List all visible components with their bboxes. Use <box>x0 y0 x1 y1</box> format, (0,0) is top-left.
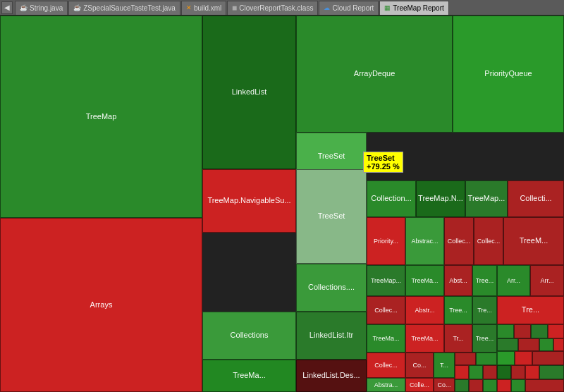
treemap-cell-sm-d6[interactable] <box>553 338 564 351</box>
treemap-cell-tree-c1[interactable]: Tree... <box>472 324 497 353</box>
cell-label: Abstra... <box>373 380 400 391</box>
treemap-cell-treemap-s1[interactable]: TreeMap... <box>367 265 405 296</box>
treemap-cell-collec-2[interactable]: Collec... <box>474 217 503 265</box>
cell-label: Collec... <box>446 236 472 247</box>
treemap-container: TreeMapLinkedListArrayDequePriorityQueue… <box>0 16 564 392</box>
cell-label: Collec... <box>476 236 502 247</box>
treemap-cell-sm-d4[interactable] <box>518 338 539 351</box>
treemap-cell-collecti-1[interactable]: Collecti... <box>508 180 564 217</box>
cell-label: Collections.... <box>307 281 356 293</box>
treemap-cell-sm-e1[interactable] <box>455 365 469 379</box>
cell-label: Priority... <box>372 236 400 247</box>
treemap-cell-sm-f1[interactable] <box>497 365 511 379</box>
tab-build-xml[interactable]: ✕ build.xml <box>181 1 226 15</box>
treemap-cell-sm-g3[interactable] <box>525 379 564 392</box>
cell-label: Tr... <box>451 333 465 344</box>
treemap-cell-linkedlist-itr[interactable]: LinkedList.Itr <box>296 312 367 360</box>
tab-zspecial[interactable]: ☕ ZSpecialSauceTasteTest.java <box>68 1 180 15</box>
treemap-cell-collec-d1[interactable]: Collec... <box>367 353 405 378</box>
treemap-cell-co-d1[interactable]: Co... <box>405 353 434 378</box>
treemap-cell-treema-c2[interactable]: TreeMa... <box>405 324 444 353</box>
treemap-cell-tree-b1[interactable]: Tree... <box>444 296 472 324</box>
treemap-cell-arrays[interactable]: Arrays <box>0 218 202 392</box>
treemap-cell-sm-c3[interactable] <box>531 324 548 338</box>
treemap-cell-sm-h3[interactable] <box>483 379 497 392</box>
treemap-cell-treemap[interactable]: TreeMap <box>0 16 202 218</box>
treemap-cell-treemap-n[interactable]: TreeMap.N... <box>416 180 465 217</box>
treemap-cell-treema-s1[interactable]: TreeMa... <box>405 265 444 296</box>
treemap-cell-collec-1[interactable]: Collec... <box>444 217 474 265</box>
treemap-cell-sm-e4[interactable] <box>497 351 515 365</box>
cell-label: TreeSet <box>317 150 347 162</box>
treemap-cell-tr-c1[interactable]: Tr... <box>444 324 472 353</box>
treemap-cell-abst-s1[interactable]: Abst... <box>444 265 472 296</box>
tab-treemap-report[interactable]: ▦ TreeMap Report <box>379 1 448 15</box>
treemap-cell-collections-bot[interactable]: Collections <box>202 312 296 360</box>
xml-icon: ✕ <box>186 4 192 11</box>
treemap-cell-sm-c1[interactable] <box>497 324 514 338</box>
treemap-cell-treeset-med[interactable]: TreeSet <box>296 169 367 264</box>
treemap-cell-tre-b2[interactable]: Tre... <box>497 296 564 324</box>
treemap-cell-treemap-2[interactable]: TreeMap... <box>465 180 508 217</box>
treemap-cell-linkedlist-des[interactable]: LinkedList.Des... <box>296 360 367 392</box>
treemap-cell-sm-e5[interactable] <box>515 351 532 365</box>
treemap-cell-sm-e6[interactable] <box>532 351 564 365</box>
treemap-cell-priority-s[interactable]: Priority... <box>367 217 405 265</box>
treemap-cell-collections-large[interactable]: Collections.... <box>296 264 367 312</box>
cell-label: Abstrac... <box>410 236 439 247</box>
treemap-cell-treema-c1[interactable]: TreeMa... <box>367 324 405 353</box>
cell-label: TreeMa... <box>231 369 267 381</box>
cell-label: Abst... <box>448 276 469 286</box>
cell-label: Co... <box>436 380 452 391</box>
tab-clover[interactable]: ◼ CloverReportTask.class <box>227 1 318 15</box>
treemap-cell-sm-d3[interactable] <box>497 338 518 351</box>
treemap-cell-sm-d2[interactable] <box>476 353 497 365</box>
back-button[interactable]: ◀ <box>1 1 13 14</box>
treemap-cell-arr-s2[interactable]: Arr... <box>530 265 564 296</box>
tab-string-java[interactable]: ☕ String.java <box>15 1 68 15</box>
tab-cloud[interactable]: ☁ Cloud Report <box>319 1 379 15</box>
treemap-cell-sm-g2[interactable] <box>511 379 525 392</box>
treemap-cell-priorityqueue[interactable]: PriorityQueue <box>453 16 564 133</box>
treemap-cell-co-d2[interactable]: Co... <box>434 378 455 392</box>
treemap-cell-sm-d5[interactable] <box>539 338 553 351</box>
treemap-cell-sm-c4[interactable] <box>548 324 564 338</box>
treemap-cell-sm-e2[interactable] <box>469 365 483 379</box>
treemap-cell-treemap-navigable[interactable]: TreeMap.NavigableSu... <box>202 169 296 233</box>
treemap-cell-abstra-d1[interactable]: Abstra... <box>367 378 405 392</box>
cell-label: TreeMap... <box>369 276 403 286</box>
treemap-cell-colle-d1[interactable]: Colle... <box>405 378 434 392</box>
treemap-cell-treema-bot[interactable]: TreeMa... <box>202 360 296 392</box>
cell-label: TreeMap <box>85 111 118 123</box>
tooltip-label: TreeSet <box>367 154 400 162</box>
treemap-cell-t-d1[interactable]: T... <box>434 353 455 378</box>
cell-label: Tre... <box>520 304 541 316</box>
treemap-cell-arraydeque[interactable]: ArrayDeque <box>296 16 453 133</box>
treemap-cell-treemi-1[interactable]: TreeM... <box>503 217 564 265</box>
treemap-cell-coll-1[interactable]: Collection... <box>367 180 416 217</box>
treemap-cell-sm-g1[interactable] <box>497 379 511 392</box>
treemap-cell-sm-h1[interactable] <box>455 379 469 392</box>
treemap-cell-sm-e3[interactable] <box>483 365 497 379</box>
treemap-cell-tre-b1[interactable]: Tre... <box>472 296 497 324</box>
treemap-cell-tree-s1[interactable]: Tree... <box>472 265 497 296</box>
cell-label: PriorityQueue <box>483 68 533 80</box>
tab-label: CloverReportTask.class <box>239 4 313 12</box>
treemap-icon: ▦ <box>384 4 391 11</box>
treemap-cell-sm-f4[interactable] <box>539 365 564 379</box>
treemap-cell-sm-f2[interactable] <box>511 365 525 379</box>
treemap-cell-arr-s1[interactable]: Arr... <box>497 265 530 296</box>
treemap-cell-sm-c2[interactable] <box>514 324 531 338</box>
treemap-cell-linkedlist[interactable]: LinkedList <box>202 16 296 169</box>
treemap-cell-abstract-1[interactable]: Abstrac... <box>405 217 444 265</box>
cell-label: TreeMa... <box>410 333 439 344</box>
treemap-cell-abstr-b1[interactable]: Abstr... <box>405 296 444 324</box>
treemap-cell-sm-h2[interactable] <box>469 379 483 392</box>
treemap-cell-collec-b1[interactable]: Collec... <box>367 296 405 324</box>
treemap-cell-sm-f3[interactable] <box>525 365 539 379</box>
tab-label: ZSpecialSauceTasteTest.java <box>83 4 176 12</box>
cell-label: Arr... <box>505 276 522 286</box>
cell-label: T... <box>439 360 450 371</box>
treemap-cell-sm-d1[interactable] <box>455 353 476 365</box>
cell-label: Collections <box>229 329 270 341</box>
